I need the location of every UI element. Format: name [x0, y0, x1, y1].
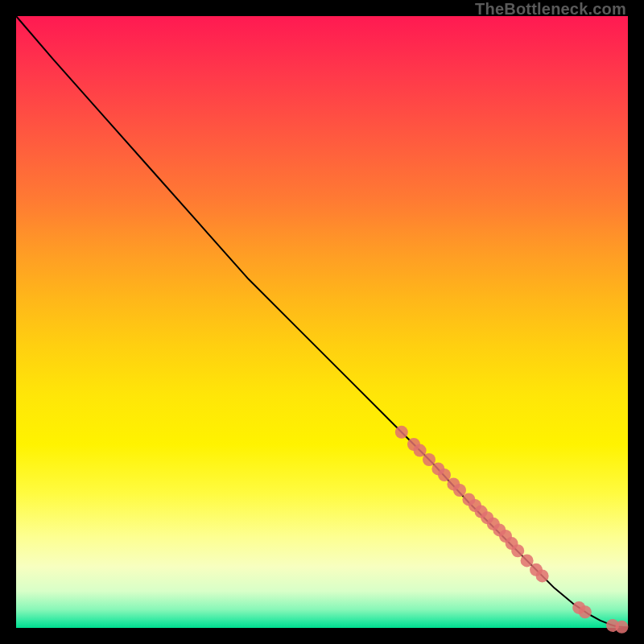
data-point [521, 554, 534, 567]
data-point [453, 484, 466, 497]
data-point [615, 621, 628, 634]
chart-frame: TheBottleneck.com [0, 0, 644, 644]
watermark-text: TheBottleneck.com [475, 0, 626, 19]
data-point [536, 569, 549, 582]
main-curve [16, 16, 628, 627]
data-point [423, 453, 436, 466]
data-point [579, 605, 592, 618]
data-points [395, 426, 629, 634]
data-point [395, 426, 408, 439]
chart-svg [16, 16, 628, 628]
data-point [438, 469, 451, 481]
data-point [511, 544, 524, 557]
data-point [414, 444, 427, 457]
